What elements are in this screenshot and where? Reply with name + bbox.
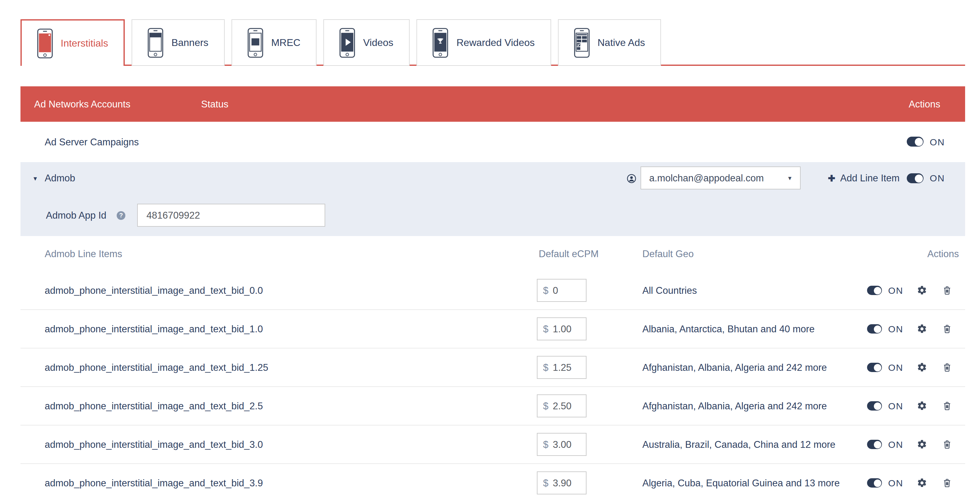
add-line-item-button[interactable]: ✚ Add Line Item	[828, 162, 900, 195]
status-column-header: Status	[201, 86, 228, 122]
interstitial-phone-icon	[37, 28, 53, 59]
admob-app-id-label: Admob App Id	[46, 195, 107, 236]
tab-label: Interstitials	[61, 38, 108, 49]
currency-symbol: $	[543, 362, 548, 373]
ad-server-campaigns-row: Ad Server Campaigns ON	[21, 122, 965, 162]
admob-toggle[interactable]	[907, 173, 924, 183]
account-select[interactable]: a.molchan@appodeal.com ▼	[641, 166, 801, 189]
line-item-toggle-state: ON	[888, 464, 904, 500]
geo-value[interactable]: Afghanistan, Albania, Algeria and 242 mo…	[643, 387, 827, 425]
ad-server-campaigns-toggle-state: ON	[930, 122, 945, 162]
trash-icon[interactable]	[942, 439, 952, 450]
line-item-name: admob_phone_interstitial_image_and_text_…	[45, 272, 263, 309]
line-item-toggle-state: ON	[888, 348, 904, 387]
trash-icon[interactable]	[942, 478, 952, 488]
gear-icon[interactable]	[917, 439, 927, 450]
line-item-name: admob_phone_interstitial_image_and_text_…	[45, 464, 263, 500]
trash-icon[interactable]	[942, 362, 952, 373]
gear-icon[interactable]	[917, 324, 927, 334]
ad-server-campaigns-toggle[interactable]	[907, 137, 924, 147]
line-item-row: admob_phone_interstitial_image_and_text_…	[21, 464, 965, 500]
line-item-toggle[interactable]	[867, 286, 882, 295]
admob-app-id-input[interactable]: 4816709922	[137, 204, 325, 227]
line-item-name: admob_phone_interstitial_image_and_text_…	[45, 425, 263, 463]
ecpm-input[interactable]: $ 3.00	[537, 433, 587, 456]
line-items-header-row: Admob Line Items Default eCPM Default Ge…	[21, 236, 965, 272]
trash-icon[interactable]	[942, 324, 952, 334]
line-items-column-header: Admob Line Items	[45, 236, 122, 272]
gear-icon[interactable]	[917, 285, 927, 296]
line-item-row: admob_phone_interstitial_image_and_text_…	[21, 272, 965, 310]
line-item-row: admob_phone_interstitial_image_and_text_…	[21, 310, 965, 348]
line-item-toggle[interactable]	[867, 478, 882, 487]
line-item-toggle[interactable]	[867, 401, 882, 411]
trash-icon[interactable]	[942, 285, 952, 296]
line-item-toggle-state: ON	[888, 272, 904, 309]
add-line-item-label: Add Line Item	[840, 173, 899, 184]
tab-mrec[interactable]: MREC	[232, 19, 317, 66]
ecpm-input[interactable]: $ 0	[537, 279, 587, 302]
gear-icon[interactable]	[917, 478, 927, 488]
ecpm-value: 3.00	[553, 439, 571, 450]
geo-value[interactable]: Australia, Brazil, Canada, China and 12 …	[643, 425, 835, 463]
actions-column-header: Actions	[908, 86, 940, 122]
tab-interstitials[interactable]: Interstitials	[21, 19, 125, 66]
ecpm-input[interactable]: $ 2.50	[537, 395, 587, 417]
line-items-table: admob_phone_interstitial_image_and_text_…	[21, 272, 965, 500]
native-ad-phone-icon	[574, 27, 590, 58]
ecpm-value: 0	[553, 285, 558, 296]
ecpm-input[interactable]: $ 3.90	[537, 471, 587, 494]
ecpm-value: 1.25	[553, 362, 571, 373]
tab-rewarded-videos[interactable]: Rewarded Videos	[417, 19, 551, 66]
line-item-toggle[interactable]	[867, 324, 882, 334]
admob-network-label: Admob	[45, 162, 75, 195]
tab-label: Banners	[171, 37, 208, 48]
select-arrow-icon: ▼	[787, 175, 792, 181]
help-icon[interactable]: ?	[117, 211, 126, 220]
accounts-column-header: Ad Networks Accounts	[34, 86, 130, 122]
tab-label: Videos	[363, 37, 393, 48]
line-item-name: admob_phone_interstitial_image_and_text_…	[45, 310, 263, 348]
trash-icon[interactable]	[942, 401, 952, 411]
ecpm-value: 1.00	[553, 323, 571, 334]
line-item-toggle[interactable]	[867, 363, 882, 372]
ecpm-value: 3.90	[553, 477, 571, 489]
gear-icon[interactable]	[917, 362, 927, 373]
geo-value[interactable]: All Countries	[643, 272, 697, 309]
tab-native-ads[interactable]: Native Ads	[558, 19, 661, 66]
video-phone-icon	[339, 27, 355, 58]
plus-icon: ✚	[828, 173, 835, 183]
line-item-toggle-state: ON	[888, 310, 904, 348]
line-item-row: admob_phone_interstitial_image_and_text_…	[21, 387, 965, 425]
ad-type-tabs: Interstitials Banners MREC	[21, 19, 661, 66]
admob-toggle-state: ON	[930, 162, 945, 195]
geo-value[interactable]: Afghanistan, Albania, Algeria and 242 mo…	[643, 348, 827, 387]
ecpm-input[interactable]: $ 1.00	[537, 317, 587, 340]
account-email: a.molchan@appodeal.com	[649, 173, 764, 184]
geo-value[interactable]: Albania, Antarctica, Bhutan and 40 more	[643, 310, 815, 348]
tab-label: Native Ads	[598, 37, 645, 48]
ad-mediation-settings-page: Interstitials Banners MREC	[0, 0, 980, 500]
line-item-name: admob_phone_interstitial_image_and_text_…	[45, 387, 263, 425]
ecpm-input[interactable]: $ 1.25	[537, 356, 587, 379]
currency-symbol: $	[543, 400, 548, 412]
tab-banners[interactable]: Banners	[132, 19, 225, 66]
chevron-down-icon[interactable]: ▾	[33, 162, 37, 195]
line-item-name: admob_phone_interstitial_image_and_text_…	[45, 348, 268, 387]
gear-icon[interactable]	[917, 401, 927, 411]
currency-symbol: $	[543, 285, 548, 296]
tab-videos[interactable]: Videos	[323, 19, 410, 66]
admob-app-id-value: 4816709922	[146, 210, 200, 220]
rewarded-video-phone-icon	[433, 27, 449, 58]
geo-column-header: Default Geo	[643, 236, 694, 272]
line-item-toggle-state: ON	[888, 425, 904, 463]
geo-value[interactable]: Algeria, Cuba, Equatorial Guinea and 13 …	[643, 464, 840, 500]
account-person-icon	[627, 174, 636, 183]
tab-label: Rewarded Videos	[457, 37, 535, 48]
currency-symbol: $	[543, 439, 548, 450]
line-item-toggle[interactable]	[867, 440, 882, 449]
banner-phone-icon	[148, 27, 163, 58]
ecpm-value: 2.50	[553, 400, 571, 412]
mrec-phone-icon	[248, 27, 263, 58]
line-item-row: admob_phone_interstitial_image_and_text_…	[21, 348, 965, 387]
